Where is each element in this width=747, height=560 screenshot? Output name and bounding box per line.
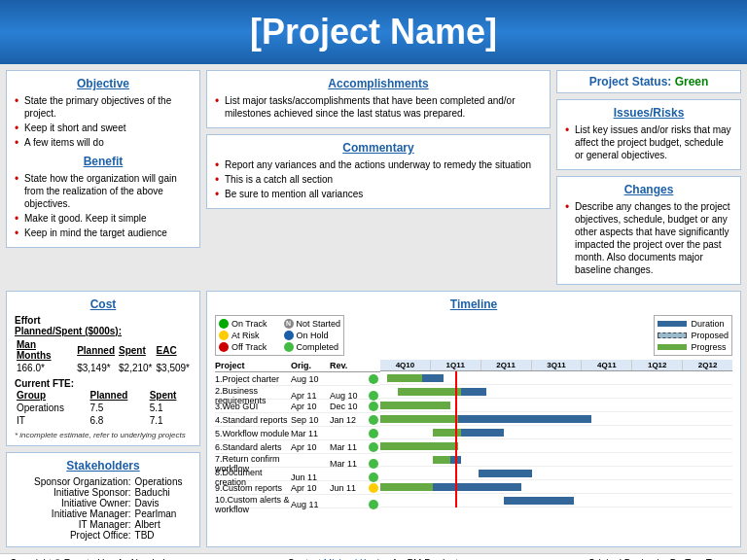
sh-val-5: TBD — [135, 530, 192, 541]
sh-val-3: Pearlman — [135, 508, 192, 519]
effort-label: Effort — [15, 315, 192, 326]
status-icon-10 — [369, 500, 378, 509]
fte-ops-planned: 7.5 — [88, 402, 147, 414]
benefit-item-2: Make it good. Keep it simple — [15, 212, 192, 225]
gantt-rows-container — [380, 371, 732, 508]
issues-risks-title: Issues/Risks — [565, 106, 732, 120]
objective-item-3: A few items will do — [15, 136, 192, 149]
sh-label-2: Initiative Owner: — [15, 498, 135, 508]
footer: Copyright © Free to Use As Needed Contac… — [0, 553, 747, 560]
middle-column: Accomplishments List major tasks/accompl… — [206, 70, 551, 285]
status-icon-4 — [369, 415, 378, 425]
project-status-value: Green — [675, 75, 709, 88]
fte-it-spent: 7.1 — [148, 414, 192, 427]
not-started-icon: N — [284, 319, 294, 329]
col-spent: Spent — [117, 338, 154, 362]
issues-risks-list: List key issues and/or risks that may af… — [565, 123, 732, 161]
sh-label-0: Sponsor Organization: — [15, 476, 135, 487]
val-man-months: 166.0* — [15, 362, 75, 374]
issues-risks-item-1: List key issues and/or risks that may af… — [565, 123, 732, 161]
issues-risks-panel: Issues/Risks List key issues and/or risk… — [556, 99, 741, 170]
legend-on-track: On Track — [219, 319, 276, 330]
changes-panel: Changes Describe any changes to the proj… — [556, 176, 741, 285]
proj-row-10: 10.Custom alerts & workflowAug 11 — [215, 495, 380, 508]
gantt-progress-3 — [380, 402, 450, 409]
gantt-progress-4 — [380, 415, 458, 423]
col-planned: Planned — [75, 338, 117, 362]
fte-ops-group: Operations — [15, 402, 88, 414]
project-title: [Project Name] — [250, 12, 497, 52]
gantt-row-9 — [380, 480, 732, 494]
proj-row-7: 7.Return confirm workflowMar 11 — [215, 454, 380, 468]
legend-completed: Completed — [284, 341, 341, 352]
legend-at-risk: At Risk — [219, 331, 276, 341]
benefit-title: Benefit — [15, 155, 192, 168]
commentary-item-2: This is a catch all section — [215, 173, 542, 186]
gantt-quarters-header: 4Q10 1Q11 2Q11 3Q11 4Q11 1Q12 2Q12 — [380, 360, 732, 371]
legend-off-track: Off Track — [219, 341, 276, 352]
q-2q11: 2Q11 — [481, 360, 532, 370]
main-top-section: Objective State the primary objectives o… — [0, 64, 747, 291]
left-bottom-column: Cost Effort Planned/Spent ($000s): Man M… — [6, 291, 200, 547]
timeline-legends: On Track N Not Started At Risk On Hold O… — [215, 315, 732, 356]
proj-row-2: 2.Business requirementsApr 11Aug 10 — [215, 386, 380, 400]
col-eac: EAC — [155, 338, 192, 362]
sh-val-1: Baduchi — [135, 487, 192, 498]
commentary-list: Report any variances and the actions und… — [215, 158, 542, 200]
commentary-item-1: Report any variances and the actions und… — [215, 158, 542, 171]
gantt-progress-2 — [398, 388, 461, 396]
proj-row-3: 3.Web GUIApr 10Dec 10 — [215, 400, 380, 413]
sh-label-3: Initiative Manager: — [15, 508, 135, 519]
timeline-panel: Timeline On Track N Not Started At Risk — [206, 291, 741, 547]
status-icon-2 — [369, 391, 378, 401]
legend-proposed: Proposed — [658, 331, 729, 340]
benefit-item-3: Keep in mind the target audience — [15, 227, 192, 239]
objective-item-1: State the primary objectives of the proj… — [15, 94, 192, 120]
sh-val-4: Albert — [135, 519, 192, 530]
project-status-panel: Project Status: Green — [556, 70, 741, 93]
project-status-label: Project Status: — [589, 75, 672, 88]
project-list: Project Orig. Rev. 1.Project charterAug … — [215, 360, 380, 508]
gantt-row-1 — [380, 371, 732, 385]
gantt-progress-6 — [380, 442, 458, 450]
off-track-icon — [219, 342, 229, 352]
objective-title: Objective — [15, 77, 192, 90]
benefit-item-1: State how the organization will gain fro… — [15, 172, 192, 210]
fte-table: Group Planned Spent Operations 7.5 5.1 I… — [15, 389, 192, 427]
sh-val-2: Davis — [135, 498, 192, 508]
status-icon-9 — [369, 483, 378, 493]
cost-footnote: * incomplete estimate, refer to underlyi… — [15, 431, 192, 439]
page-header: [Project Name] — [0, 0, 747, 64]
val-planned: $3,149* — [75, 362, 117, 374]
commentary-item-3: Be sure to mention all variances — [215, 188, 542, 200]
legend-on-hold: On Hold — [284, 331, 341, 341]
val-spent: $2,210* — [117, 362, 154, 374]
status-icon-5 — [369, 429, 378, 438]
legend-not-started: N Not Started — [284, 319, 341, 330]
q-2q12: 2Q12 — [683, 360, 732, 370]
status-icon-1 — [369, 374, 378, 384]
gantt-progress-1 — [387, 374, 422, 382]
gantt-row-8 — [380, 467, 732, 480]
cost-panel: Cost Effort Planned/Spent ($000s): Man M… — [6, 291, 200, 446]
sh-label-4: IT Manager: — [15, 519, 135, 530]
changes-item-1: Describe any changes to the project obje… — [565, 200, 732, 276]
proj-row-1: 1.Project charterAug 10 — [215, 372, 380, 386]
fte-it-group: IT — [15, 414, 88, 427]
sh-label-1: Initiative Sponsor: — [15, 487, 135, 498]
gantt-row-10 — [380, 494, 732, 508]
commentary-panel: Commentary Report any variances and the … — [206, 134, 551, 209]
sh-label-5: Project Office: — [15, 530, 135, 541]
val-eac: $3,509* — [155, 362, 192, 374]
status-icon-6 — [369, 442, 378, 452]
gantt-chart: 4Q10 1Q11 2Q11 3Q11 4Q11 1Q12 2Q12 — [380, 360, 732, 508]
proj-row-9: 9.Custom reportsApr 10Jun 11 — [215, 481, 380, 495]
objective-item-2: Keep it short and sweet — [15, 122, 192, 134]
stakeholders-table: Sponsor Organization: Operations Initiat… — [15, 476, 192, 541]
q-1q11: 1Q11 — [431, 360, 481, 370]
changes-title: Changes — [565, 183, 732, 196]
current-fte-label: Current FTE: — [15, 378, 192, 389]
proj-row-5: 5.Workflow moduleMar 11 — [215, 427, 380, 440]
cost-title: Cost — [15, 298, 192, 311]
gantt-row-6 — [380, 439, 732, 453]
